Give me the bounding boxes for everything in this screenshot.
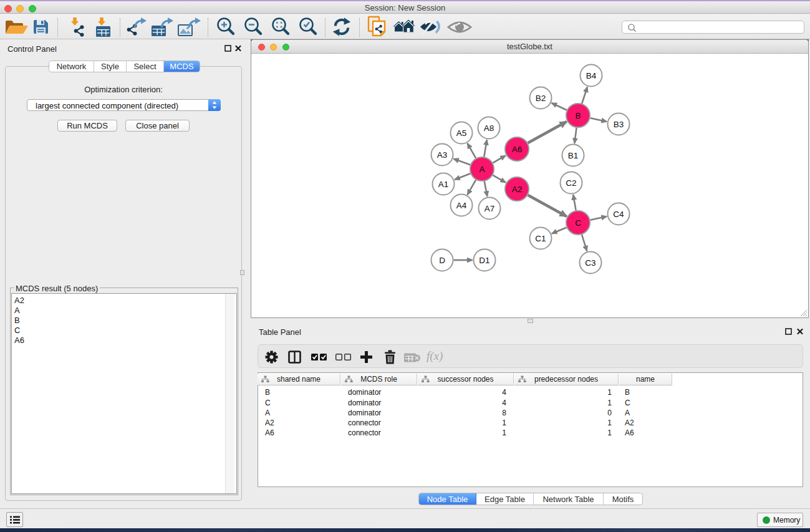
svg-text:B3: B3 [614, 120, 624, 129]
svg-text:C1: C1 [535, 234, 546, 243]
svg-text:D: D [439, 256, 445, 265]
svg-text:B: B [575, 111, 581, 120]
svg-text:C3: C3 [585, 258, 595, 268]
svg-text:A8: A8 [484, 123, 494, 133]
svg-text:A2: A2 [512, 185, 523, 194]
svg-text:D1: D1 [479, 256, 489, 265]
svg-text:A4: A4 [456, 201, 467, 210]
svg-text:B4: B4 [586, 71, 597, 80]
svg-text:C2: C2 [566, 178, 576, 188]
svg-text:B2: B2 [536, 94, 546, 103]
svg-text:A5: A5 [456, 128, 467, 138]
svg-text:A: A [479, 165, 485, 174]
svg-text:A3: A3 [437, 150, 448, 160]
svg-text:C4: C4 [613, 210, 624, 219]
svg-text:A7: A7 [485, 204, 495, 213]
svg-text:C: C [575, 218, 581, 228]
svg-text:B1: B1 [568, 151, 579, 160]
svg-text:A6: A6 [512, 145, 523, 154]
svg-text:A1: A1 [438, 180, 449, 189]
